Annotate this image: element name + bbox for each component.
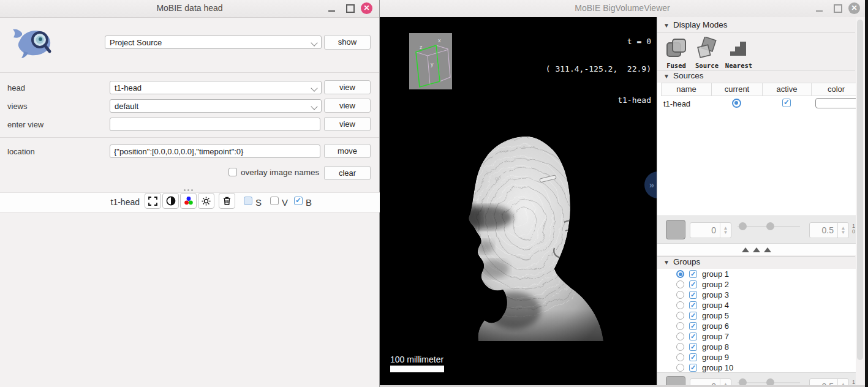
group-checkbox[interactable]: [689, 343, 697, 351]
group-checkbox[interactable]: [689, 353, 697, 361]
enter-view-input[interactable]: [110, 118, 320, 131]
move-button[interactable]: move: [324, 144, 371, 158]
bvv-titlebar[interactable]: MoBIE BigVolumeViewer ✕: [380, 0, 865, 18]
bigvolumeviewer-window: MoBIE BigVolumeViewer ✕ t = 0 ( 311.4,-1…: [380, 0, 865, 387]
group-checkbox[interactable]: [689, 291, 697, 299]
group-label: group 3: [702, 290, 729, 299]
collapse-row[interactable]: [657, 244, 856, 255]
group-radio[interactable]: [676, 353, 684, 361]
groups-header[interactable]: ▼ Groups: [657, 256, 855, 269]
volume-viewer-canvas[interactable]: t = 0 ( 311.4,-125.2, 22.9) t1-head z x …: [380, 17, 657, 385]
slider-knob-max[interactable]: [766, 222, 774, 230]
group-radio[interactable]: [676, 312, 684, 320]
group-label: group 8: [702, 342, 729, 351]
range-slider[interactable]: [738, 222, 800, 230]
color-button[interactable]: [180, 193, 197, 209]
collapse-triangle-icon[interactable]: ▼: [663, 259, 670, 266]
spinner-stepper-icon[interactable]: ▲▼: [837, 223, 848, 238]
head-select[interactable]: t1-head: [110, 81, 322, 94]
show-button[interactable]: show: [324, 35, 371, 50]
orientation-cube[interactable]: z x y: [409, 33, 452, 89]
mode-fused-button[interactable]: Fused: [662, 37, 690, 69]
spinner-stepper-icon[interactable]: ▲▼: [720, 223, 731, 238]
group-checkbox[interactable]: [689, 322, 697, 330]
location-input[interactable]: [110, 145, 320, 158]
b-checkbox[interactable]: [294, 197, 303, 205]
mobie-data-titlebar[interactable]: MoBIE data head ✕: [0, 0, 379, 18]
group-row[interactable]: group 1: [657, 269, 856, 279]
color-swatch-button[interactable]: [666, 220, 685, 239]
panel-scrollbar[interactable]: [856, 17, 864, 385]
project-source-select[interactable]: Project Source: [105, 36, 322, 49]
collapse-triangle-icon[interactable]: ▼: [663, 73, 670, 80]
focus-view-button[interactable]: [145, 193, 161, 209]
group-radio[interactable]: [676, 343, 684, 351]
mode-source-button[interactable]: Source: [693, 37, 721, 69]
remove-button[interactable]: [219, 193, 235, 209]
minimize-icon[interactable]: [816, 4, 823, 12]
collapse-triangle-icon[interactable]: ▼: [663, 22, 670, 29]
group-checkbox[interactable]: [689, 301, 697, 309]
column-color[interactable]: color: [811, 83, 861, 96]
group-radio[interactable]: [676, 280, 684, 288]
source-active-checkbox[interactable]: [782, 99, 791, 107]
group-radio[interactable]: [676, 291, 684, 299]
group-radio[interactable]: [676, 322, 684, 330]
group-row[interactable]: group 6: [657, 321, 856, 331]
group-radio[interactable]: [676, 301, 684, 309]
clear-button[interactable]: clear: [324, 166, 371, 180]
volume-render-head: [450, 126, 616, 349]
group-row[interactable]: group 9: [657, 352, 856, 363]
maximize-icon[interactable]: [834, 4, 842, 13]
scrollbar-thumb[interactable]: [857, 20, 863, 360]
min-spinner[interactable]: 0 ▲▼: [690, 222, 731, 238]
fit-view-icon: [148, 197, 157, 206]
group-radio[interactable]: [676, 270, 684, 278]
column-active[interactable]: active: [762, 83, 812, 96]
contrast-button[interactable]: [162, 193, 179, 209]
group-checkbox[interactable]: [689, 280, 697, 288]
group-checkbox[interactable]: [689, 312, 697, 320]
group-row[interactable]: group 7: [657, 331, 856, 342]
source-color-button[interactable]: [815, 98, 858, 108]
views-select-value: default: [115, 102, 138, 111]
group-row[interactable]: group 4: [657, 300, 856, 310]
current-source-text: t1-head: [546, 96, 651, 105]
max-spinner[interactable]: 0.5 ▲▼: [809, 222, 849, 238]
location-label: location: [7, 147, 35, 156]
axis-y-label: y: [431, 61, 434, 67]
source-current-radio[interactable]: [732, 99, 741, 108]
panel-grip-dots[interactable]: [184, 189, 193, 191]
group-row[interactable]: group 3: [657, 290, 856, 300]
group-row[interactable]: group 8: [657, 342, 856, 352]
group-radio[interactable]: [676, 364, 684, 372]
close-icon[interactable]: ✕: [361, 2, 372, 14]
column-name[interactable]: name: [661, 83, 712, 96]
fused-mode-icon: [665, 37, 687, 59]
views-select[interactable]: default: [110, 99, 322, 113]
sources-header[interactable]: ▼ Sources: [657, 70, 855, 83]
head-view-button[interactable]: view: [324, 80, 371, 94]
display-modes-header[interactable]: ▼ Display Modes: [657, 20, 855, 32]
b-checkbox-label: B: [306, 197, 312, 208]
close-icon[interactable]: ✕: [848, 2, 860, 14]
mode-nearest-button[interactable]: Nearest: [725, 37, 753, 69]
settings-button[interactable]: [198, 193, 214, 209]
group-row[interactable]: group 5: [657, 310, 856, 321]
enter-view-button[interactable]: view: [324, 117, 371, 131]
group-row[interactable]: group 2: [657, 279, 856, 290]
group-checkbox[interactable]: [689, 270, 697, 278]
group-radio[interactable]: [676, 333, 684, 340]
minimize-icon[interactable]: [328, 4, 335, 12]
group-row[interactable]: group 10: [657, 363, 856, 372]
maximize-icon[interactable]: [346, 4, 355, 13]
column-current[interactable]: current: [711, 83, 763, 96]
group-checkbox[interactable]: [689, 364, 697, 372]
s-checkbox[interactable]: [244, 197, 252, 205]
group-checkbox[interactable]: [689, 333, 697, 340]
slider-knob-min[interactable]: [739, 222, 747, 230]
views-view-button[interactable]: view: [324, 99, 371, 113]
project-source-value: Project Source: [110, 38, 162, 47]
v-checkbox[interactable]: [270, 197, 279, 205]
overlay-image-names-checkbox[interactable]: [228, 168, 237, 176]
